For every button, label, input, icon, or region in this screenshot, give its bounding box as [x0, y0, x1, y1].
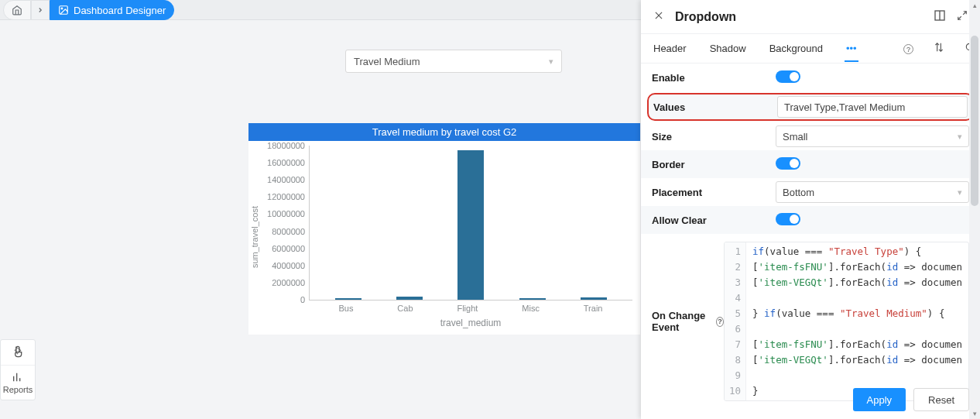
ytick: 0	[262, 295, 305, 304]
breadcrumb-home[interactable]	[3, 0, 31, 20]
chevron-down-icon: ▾	[549, 57, 553, 67]
svg-line-9	[963, 12, 966, 15]
panel-body: Enable Values Travel Type,Travel Medium …	[641, 64, 980, 419]
reset-button[interactable]: Reset	[913, 388, 969, 411]
property-panel: Dropdown Header Shadow Background ••• ? …	[641, 0, 980, 419]
row-values: Values Travel Type,Travel Medium	[647, 93, 974, 121]
row-allow-clear: Allow Clear	[641, 206, 980, 234]
bar	[396, 297, 423, 300]
panel-footer: Apply Reset	[853, 388, 970, 411]
ytick: 16000000	[262, 158, 305, 167]
chevron-right-icon	[36, 6, 44, 14]
scroll-up-icon[interactable]: ▴	[969, 2, 980, 9]
bar-chart-icon	[12, 371, 24, 383]
ytick: 6000000	[262, 244, 305, 253]
chart-xlabels: BusCabFlightMiscTrain	[309, 301, 632, 313]
breadcrumb-current[interactable]: Dashboard Designer	[50, 0, 174, 20]
scroll-down-icon[interactable]: ▾	[969, 410, 980, 417]
toggle-allow-clear[interactable]	[776, 213, 800, 225]
chart-title: Travel medium by travel cost G2	[248, 123, 640, 141]
select-size[interactable]: Small ▾	[776, 125, 969, 147]
chevron-down-icon: ▾	[958, 132, 962, 142]
layout-icon[interactable]	[934, 9, 946, 24]
row-border: Border	[641, 150, 980, 178]
chart-ylabel: sum_travel_cost	[248, 206, 261, 268]
xlabel: Bus	[338, 304, 353, 313]
tab-background[interactable]: Background	[768, 43, 824, 54]
scrollbar[interactable]: ▴ ▾	[969, 0, 980, 419]
label-placement: Placement	[652, 187, 776, 198]
pointer-icon	[12, 345, 24, 358]
xlabel: Cab	[397, 304, 413, 313]
dropdown-value: Travel Medium	[354, 56, 420, 67]
side-palette: Reports	[0, 339, 36, 400]
ytick: 2000000	[262, 278, 305, 287]
row-placement: Placement Bottom ▾	[641, 178, 980, 206]
bar	[457, 150, 484, 300]
label-enable: Enable	[652, 72, 776, 84]
xlabel: Train	[584, 304, 603, 313]
xlabel: Flight	[457, 304, 478, 313]
chart-widget[interactable]: Travel medium by travel cost G2 sum_trav…	[248, 123, 640, 335]
xlabel: Misc	[522, 304, 540, 313]
code-editor[interactable]: 12345678910 if(value === "Travel Type") …	[724, 242, 969, 401]
chart-plot: 0200000040000006000000800000010000000120…	[309, 146, 632, 301]
side-palette-label: Reports	[2, 385, 33, 394]
ytick: 10000000	[262, 209, 305, 218]
bar	[581, 297, 607, 300]
panel-title: Dropdown	[675, 10, 736, 24]
row-on-change: On Change Event ? 12345678910 if(value =…	[641, 234, 980, 409]
help-icon[interactable]: ?	[716, 317, 724, 327]
side-palette-reports[interactable]: Reports	[1, 366, 35, 400]
apply-button[interactable]: Apply	[853, 388, 906, 411]
dropdown-widget[interactable]: Travel Medium ▾	[345, 50, 562, 73]
ytick: 8000000	[262, 227, 305, 236]
svg-point-1	[61, 8, 63, 9]
bar	[335, 298, 362, 300]
expand-icon[interactable]	[957, 10, 968, 23]
chart-xlabel: travel_medium	[309, 318, 632, 328]
row-size: Size Small ▾	[641, 122, 980, 150]
image-icon	[58, 5, 69, 15]
tab-shadow[interactable]: Shadow	[708, 43, 748, 54]
bar	[519, 298, 546, 300]
sort-icon[interactable]	[934, 42, 944, 55]
label-size: Size	[652, 131, 776, 143]
tab-header[interactable]: Header	[652, 43, 688, 54]
input-values[interactable]: Travel Type,Travel Medium	[777, 96, 968, 118]
scroll-thumb[interactable]	[971, 36, 978, 206]
label-values: Values	[653, 101, 777, 113]
toggle-enable[interactable]	[776, 70, 800, 83]
side-palette-interact[interactable]	[1, 340, 35, 366]
breadcrumb-sep	[31, 0, 50, 20]
ytick: 18000000	[262, 141, 305, 150]
close-icon[interactable]	[653, 10, 664, 23]
svg-line-10	[958, 16, 961, 19]
ytick: 14000000	[262, 175, 305, 184]
toggle-border[interactable]	[776, 157, 800, 170]
breadcrumb-label: Dashboard Designer	[74, 5, 166, 16]
help-icon[interactable]: ?	[903, 43, 913, 55]
panel-header: Dropdown	[641, 0, 980, 34]
select-placement[interactable]: Bottom ▾	[776, 181, 969, 203]
tab-more[interactable]: •••	[845, 43, 858, 54]
label-border: Border	[652, 159, 776, 170]
ytick: 12000000	[262, 192, 305, 201]
panel-tabs: Header Shadow Background ••• ?	[641, 34, 980, 64]
label-allow-clear: Allow Clear	[652, 215, 776, 226]
ytick: 4000000	[262, 261, 305, 270]
label-on-change: On Change Event ?	[652, 310, 724, 333]
home-icon	[12, 5, 22, 15]
row-enable: Enable	[641, 64, 980, 91]
chevron-down-icon: ▾	[958, 187, 962, 197]
